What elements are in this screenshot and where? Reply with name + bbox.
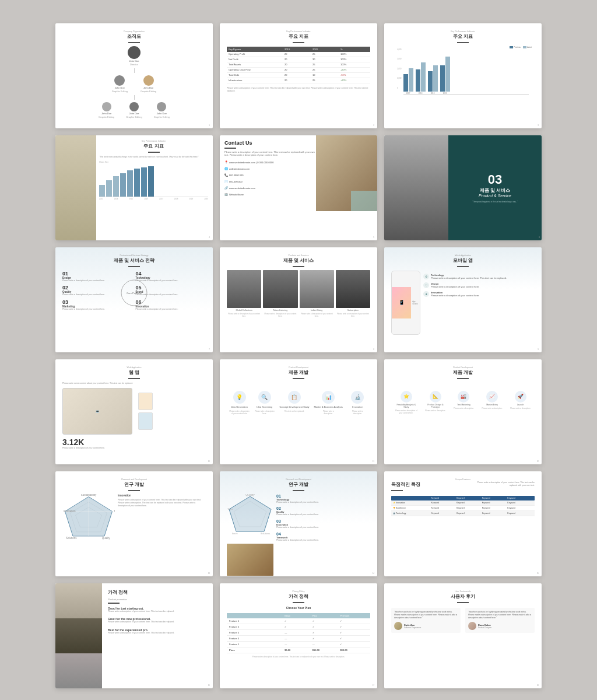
phone-icon: 📞 [224,173,228,178]
feat-header: Keyword Keyword Keyword Keyword [391,496,535,501]
slide-7: Products and Services Strategy 제품 및 서비스 … [55,247,213,352]
slide-12: Product Development 제품 개발 ⭐ Feasibility … [384,359,542,464]
org-avatar-top [128,46,141,59]
slide-16: 가격 정책 Product promotion Good for just st… [55,583,213,688]
dev-item-design: 📐 Product Design & Prototype Please writ… [425,391,445,414]
slide-17-title: 가격 정책 [227,593,370,600]
laptop-mock: 💻 [62,388,132,435]
testimonial-1: "Santhive works to be highly appreciated… [391,608,461,634]
page-num-2: 2 [373,124,374,127]
phones-container: 📱 App Screen [391,271,420,335]
photo-box-1 [227,270,261,308]
slide-9: Mobile Application 모바일 앱 📱 App Screen ⚙ … [384,247,542,352]
rd-item-2: 02 Quality Please write a description of… [276,506,370,516]
slide-16-underline [108,603,120,604]
rd-item-4: 04 Teamwork Please write a description o… [276,532,370,542]
testimonial-1-avatar [394,622,402,630]
pricing-photos-col [55,583,102,688]
location-icon: 📍 [224,160,228,165]
email-icon: ✉️ [224,179,228,184]
slide-3-underline [457,42,469,43]
slide-13-title: 연구 개발 [62,481,206,488]
feature-item-1: ⚙ Technology Please write a description … [423,274,535,279]
slide-6-photo [384,135,448,240]
feat-row-3: 💻 Technology Keyword Keyword Keyword Key… [391,511,535,516]
svg-text:Solutions: Solutions [66,536,77,539]
slide-15: Unique Features 독점적인 특징 Please write a d… [384,471,542,576]
slide-6-title-en: Product & Service [479,194,511,198]
slide-7-underline [128,266,140,267]
slide-1-label: Company Organization [62,30,206,33]
slide-4-quote: "The best most beautiful things in the w… [99,156,208,159]
page-num-18: 18 [537,684,539,687]
price-footer: Please write a description of your conte… [227,656,370,658]
analysis-icon: 📊 [322,391,335,404]
org-avatar-4 [102,102,111,111]
social-icon: 🔗 [224,186,228,191]
slide-6-dark-panel: 03 제품 및 서비스 Product & Service "The speci… [448,135,542,240]
slide-1-underline [128,42,140,43]
brand-icon: 🏢 [224,192,228,197]
slide-13-label: Research and Development [62,478,206,481]
slide-17: Pricing Policy 가격 정책 Choose Your Plan Ba… [220,583,377,688]
web-desc: Please write some content about your pro… [62,382,206,385]
feature-item-2: ♡ Design Please write a description of y… [423,282,535,288]
slide-11-label: Product Development [227,366,370,369]
svg-text:Tech: Tech [273,508,273,510]
chart-label: Charts Here [99,161,208,163]
price-table: Basic Plus Premium Feature 1✓✓✓ Feature … [227,613,370,653]
slide-4-label: Key Performance Indicator [99,140,208,142]
tier-3: Best for the experienced pro. Please wri… [108,628,207,635]
slide-9-underline [457,266,469,267]
page-num-14: 14 [373,572,374,575]
slide-2-label: Key Performance Indicator [227,30,370,33]
launch-icon: 🚀 [515,391,526,402]
slide-2-title: 주요 지표 [227,33,370,40]
slide-15-underline [391,490,403,491]
testimonial-2-avatar [468,622,476,630]
dev-icons: 💡 Idea Generation Please write a descrip… [227,391,370,415]
slide-11-underline [293,378,304,379]
slide-6-number: 03 [488,172,502,187]
contact-item: 🏢 WebsiteName [224,192,315,197]
bar-group: 2017 [403,68,413,94]
photo-box-2 [263,270,297,308]
photo-box-4 [336,270,370,308]
feasibility-icon: ⭐ [401,391,412,402]
slide-10-title: 웹 앱 [62,369,206,376]
innovation-dev-icon: 🔬 [351,391,364,404]
slide-18-label: User Testimonials [391,590,535,593]
bars-container: 2017 2018 2019 [403,48,529,95]
slide-11-title: 제품 개발 [227,369,370,376]
table-row: Total Assets2025100% [227,62,370,68]
stat-desc: Please write a description of your conte… [62,447,206,449]
slide-4-content: Key Performance Indicator 주요 지표 "The bes… [96,135,213,240]
page-num-12: 12 [537,460,539,463]
contact-item: 🌐 websitedomain.com [224,166,315,172]
prototype-icon: 📐 [430,391,441,402]
testimonial-2-text: "Santhive works to be highly appreciated… [468,611,532,620]
svg-text:Quality: Quality [245,494,255,496]
slide-7-label: Products and Services Strategy [62,254,206,257]
contact-items: 📍 www.websitedomain.com | 0 000-000-0000… [224,160,315,197]
page-num-7: 7 [209,348,210,351]
contact-photo-area [316,135,377,211]
slide-18-title: 사용자 후기 [391,593,535,600]
slide-13-underline [128,490,140,491]
contact-item: ✉️ 000-000-000 [224,179,315,184]
slide-15-label: Unique Features [391,478,535,481]
slide-13: Research and Development 연구 개발 Sustainab… [55,471,213,576]
slide-15-title: 독점적인 특징 [391,481,420,488]
svg-text:Team: Team [227,508,233,510]
svg-text:Sustainability: Sustainability [81,494,97,496]
rd-photo [227,544,273,576]
cyan-accent-block [351,191,377,211]
svg-marker-14 [229,496,271,531]
chart-area: 4,000 3,000 2,000 1,000 0 2017 [391,48,535,95]
svg-text:Solutions: Solutions [261,532,270,535]
bar-group: 2018 [416,62,426,94]
svg-text:Quality: Quality [102,536,111,539]
table-row: Operating Profit2025100% [227,52,370,57]
slide-10: Web Application 웹 앱 Please write some co… [55,359,213,464]
photos-grid: Global Collections Please write a descri… [227,270,370,317]
